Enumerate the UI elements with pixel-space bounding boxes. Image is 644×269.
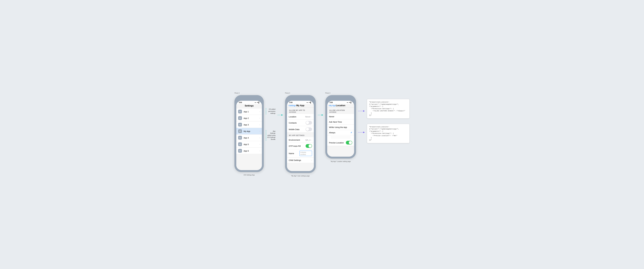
- name-textfield[interactable]: Editable textfield: [300, 151, 312, 156]
- phone3-status-icons: ▪▪▪ ✦ ▌: [347, 102, 352, 103]
- contacts-toggle-knob: [306, 121, 309, 124]
- app4-label: App 4: [244, 137, 259, 139]
- purple-arrow-2: [358, 131, 365, 134]
- always-option[interactable]: Always ✓: [327, 130, 354, 135]
- app3-row[interactable]: ⊞ App 3 ›: [236, 121, 262, 128]
- app4-icon: ⊞: [238, 136, 242, 140]
- signal-icon: ▪▪▪: [255, 102, 256, 103]
- phone3-tag: Phone X: [325, 92, 330, 94]
- phone2-nav-title: My App: [296, 104, 304, 107]
- phone1-footer-space: [236, 154, 262, 170]
- phone3-nav-title: Location: [336, 104, 345, 107]
- phone2-label: "My App" main settings page: [291, 175, 310, 177]
- app1-icon: ⊞: [238, 110, 242, 113]
- divider3: [331, 138, 350, 138]
- phone1-notch: [240, 97, 258, 101]
- app2-row[interactable]: ⊞ App 2 ›: [236, 115, 262, 121]
- annotation-os-permission: OS addedpermissionsettings: [266, 108, 275, 114]
- app3-label: App 3: [244, 124, 259, 126]
- phone1-group: Phone X 3:03 ▪▪▪ ✦ ▌ Settings: [234, 92, 264, 176]
- phone2-mockup: 3:03 ▪▪▪ ✦ ▌ ‹ Settings My App ALLOW MY …: [285, 95, 316, 173]
- code-block-1: "browserstack_executor:{\"action\":\"upd…: [367, 99, 410, 119]
- phone3-signal-icon: ▪▪▪: [347, 102, 348, 103]
- location-row[interactable]: Location Never ›: [287, 114, 314, 120]
- ask-next-option[interactable]: Ask Next Time: [327, 119, 354, 125]
- name-row[interactable]: Name Editable textfield: [287, 149, 314, 157]
- otp-row[interactable]: OTP Auto-Fill: [287, 143, 314, 149]
- precise-toggle-knob: [349, 141, 352, 144]
- environment-chevron: ›: [311, 139, 312, 141]
- otp-label: OTP Auto-Fill: [289, 145, 306, 147]
- while-using-label: While Using the App: [329, 126, 352, 128]
- name-placeholder: Editable textfield: [300, 151, 306, 155]
- app4-chevron: ›: [260, 137, 260, 139]
- app4-row[interactable]: ⊞ App 4 ›: [236, 135, 262, 141]
- myapp-label: My App: [244, 130, 259, 132]
- name-label: Name: [289, 152, 300, 154]
- location-chevron: ›: [311, 116, 312, 118]
- phone2-tag: Phone X: [285, 92, 290, 94]
- app1-row[interactable]: ⊞ App 1 ›: [236, 108, 262, 115]
- contacts-row[interactable]: Contacts: [287, 120, 314, 126]
- phone3-notch: [332, 97, 349, 101]
- phone3-wifi-icon: ✦: [349, 102, 350, 103]
- app2-icon: ⊞: [238, 116, 242, 120]
- app6-row[interactable]: ⊞ App 6 ›: [236, 148, 262, 154]
- phone1-nav-title: Settings: [238, 105, 260, 107]
- childsettings-row[interactable]: Child Settings ›: [287, 157, 314, 163]
- app6-label: App 6: [244, 150, 259, 152]
- app2-chevron: ›: [260, 117, 260, 119]
- environment-label: Environment: [289, 139, 306, 141]
- mobiledata-row[interactable]: Mobile Data: [287, 126, 314, 133]
- phone3-status-bar: 3:03 ▪▪▪ ✦ ▌: [327, 101, 354, 104]
- environment-row[interactable]: Environment QA_1 ›: [287, 137, 314, 143]
- precise-toggle[interactable]: [346, 141, 352, 144]
- contacts-toggle[interactable]: [306, 121, 312, 125]
- app6-chevron: ›: [260, 150, 260, 152]
- phone3-label: "My App" Location setting page: [330, 161, 351, 162]
- teal-arrow-1: [278, 114, 283, 116]
- phone1-annotations: OS addedpermissionsettings AppSettingsad…: [266, 92, 275, 148]
- phone1-time: 3:03: [239, 102, 242, 103]
- never-option[interactable]: Never: [327, 114, 354, 119]
- phone2-back-button[interactable]: ‹ Settings: [288, 105, 296, 107]
- phone2-wifi-icon: ✦: [309, 102, 310, 103]
- phone2-nav: ‹ Settings My App: [287, 104, 314, 108]
- phone2-group: Phone X 3:03 ▪▪▪ ✦ ▌ ‹ Settings My App: [285, 92, 316, 177]
- battery-icon: ▌: [258, 102, 260, 103]
- precise-location-row[interactable]: Precise Location: [327, 139, 354, 146]
- phone1-status-icons: ▪▪▪ ✦ ▌: [255, 102, 260, 103]
- location-dividers: [329, 136, 352, 138]
- phone3-footer-space: [327, 146, 354, 157]
- app5-row[interactable]: ⊞ App 5 ›: [236, 141, 262, 148]
- ask-next-label: Ask Next Time: [329, 121, 352, 123]
- code-block-1-text: "browserstack_executor:{\"action\":\"upd…: [369, 101, 405, 116]
- phone1-tag: Phone X: [234, 92, 240, 94]
- phone3-battery-icon: ▌: [351, 102, 352, 103]
- myapp-chevron: ›: [260, 130, 260, 132]
- app1-label: App 1: [244, 111, 259, 113]
- otp-toggle-knob: [308, 144, 312, 148]
- phone3-back-button[interactable]: ‹ My App: [328, 105, 336, 107]
- app1-chevron: ›: [260, 111, 260, 113]
- phone3-group: Phone X 3:03 ▪▪▪ ✦ ▌ ‹ My App Location: [325, 92, 356, 162]
- while-using-option[interactable]: While Using the App: [327, 125, 354, 130]
- childsettings-label: Child Settings: [289, 159, 311, 161]
- phone2-status-bar: 3:03 ▪▪▪ ✦ ▌: [287, 101, 314, 104]
- code-blocks-column: "browserstack_executor:{\"action\":\"upd…: [367, 92, 410, 143]
- location-label: Location: [289, 116, 305, 118]
- annotation-app-settings: AppSettingsadded usingiOS SettingsBundle: [266, 130, 275, 140]
- phone1-screen: 3:03 ▪▪▪ ✦ ▌ Settings ⊞ App 1 ›: [236, 101, 262, 170]
- purple-arrow-1: [358, 110, 365, 112]
- mobiledata-label: Mobile Data: [289, 128, 306, 131]
- phone2-battery-icon: ▌: [310, 102, 312, 103]
- myapp-row[interactable]: ⊞ My App ›: [236, 128, 262, 135]
- phone2-section2-header: MY APP SETTINGS: [287, 133, 314, 137]
- arrow1-container: [278, 92, 283, 116]
- mobiledata-toggle-knob: [306, 128, 309, 131]
- phone1-label: iOS Settings App: [244, 174, 255, 176]
- mobiledata-toggle[interactable]: [306, 127, 312, 131]
- precise-location-label: Precise Location: [329, 142, 346, 144]
- otp-toggle[interactable]: [306, 144, 312, 148]
- phone1-app-list: ⊞ App 1 › ⊞ App 2 › ⊞ App 3 ›: [236, 108, 262, 154]
